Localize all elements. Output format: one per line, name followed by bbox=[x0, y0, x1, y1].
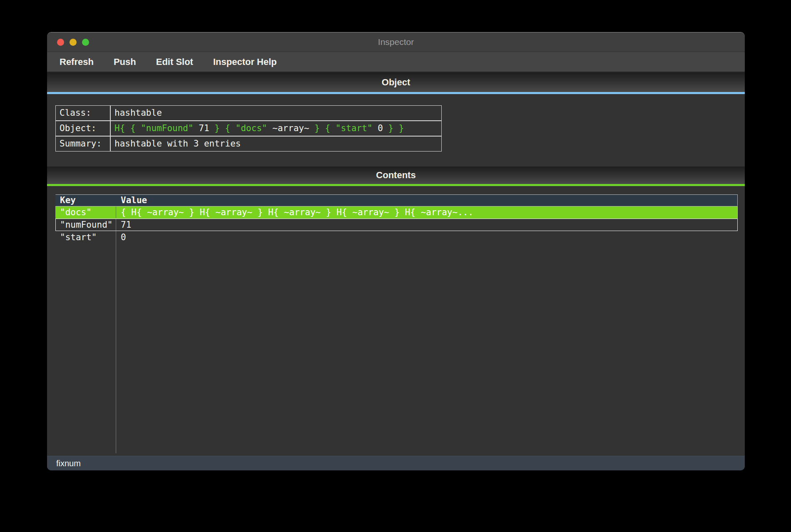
row-key: "docs" bbox=[56, 206, 116, 218]
summary-label: Summary: bbox=[55, 136, 110, 152]
title-bar[interactable]: Inspector bbox=[47, 32, 745, 52]
code-fragment: H{ { "numFound" bbox=[114, 123, 199, 133]
row-value: 71 bbox=[116, 219, 737, 231]
key-column-header: Key bbox=[56, 195, 116, 206]
object-section-title: Object bbox=[382, 77, 410, 88]
code-fragment: } { "docs" bbox=[209, 123, 273, 133]
row-value: 0 bbox=[116, 231, 737, 243]
table-row-numfound[interactable]: "numFound" 71 bbox=[55, 219, 738, 231]
code-fragment: } } bbox=[383, 123, 404, 133]
contents-table: Key Value "docs" { H{ ~array~ } H{ ~arra… bbox=[55, 194, 738, 244]
inspector-window: Inspector Refresh Push Edit Slot Inspect… bbox=[47, 32, 745, 470]
inspector-help-button[interactable]: Inspector Help bbox=[213, 57, 277, 67]
object-summary-area: Class: hashtable Object: H{ { "numFound"… bbox=[47, 94, 745, 167]
class-value: hashtable bbox=[110, 105, 442, 121]
push-button[interactable]: Push bbox=[114, 57, 136, 67]
table-header-row: Key Value bbox=[55, 194, 738, 206]
class-label: Class: bbox=[55, 105, 110, 121]
value-column-header: Value bbox=[116, 195, 737, 206]
row-key: "numFound" bbox=[56, 219, 116, 231]
edit-slot-button[interactable]: Edit Slot bbox=[156, 57, 193, 67]
table-row-docs[interactable]: "docs" { H{ ~array~ } H{ ~array~ } H{ ~a… bbox=[55, 206, 738, 219]
code-fragment: 71 bbox=[199, 123, 209, 133]
object-row: Object: H{ { "numFound" 71 } { "docs" ~a… bbox=[55, 121, 442, 136]
object-section-header: Object bbox=[47, 72, 745, 92]
code-fragment: } { "start" bbox=[309, 123, 378, 133]
object-label: Object: bbox=[55, 121, 110, 136]
refresh-button[interactable]: Refresh bbox=[60, 57, 94, 67]
object-value: H{ { "numFound" 71 } { "docs" ~array~ } … bbox=[110, 121, 442, 136]
status-text: fixnum bbox=[56, 459, 81, 468]
summary-value: hashtable with 3 entries bbox=[110, 136, 442, 152]
class-row: Class: hashtable bbox=[55, 105, 442, 121]
row-value: { H{ ~array~ } H{ ~array~ } H{ ~array~ }… bbox=[116, 206, 737, 218]
window-title: Inspector bbox=[47, 37, 745, 47]
table-row-start[interactable]: "start" 0 bbox=[55, 231, 738, 244]
object-summary-table: Class: hashtable Object: H{ { "numFound"… bbox=[55, 105, 442, 152]
contents-panel: Key Value "docs" { H{ ~array~ } H{ ~arra… bbox=[47, 186, 745, 456]
toolbar: Refresh Push Edit Slot Inspector Help bbox=[47, 52, 745, 72]
contents-section-title: Contents bbox=[376, 170, 415, 181]
row-key: "start" bbox=[56, 231, 116, 243]
summary-row: Summary: hashtable with 3 entries bbox=[55, 136, 442, 152]
status-bar: fixnum bbox=[47, 456, 745, 470]
code-fragment: 0 bbox=[378, 123, 383, 133]
desktop: Inspector Refresh Push Edit Slot Inspect… bbox=[0, 0, 791, 532]
code-fragment: ~array~ bbox=[272, 123, 309, 133]
contents-section-header: Contents bbox=[47, 167, 745, 184]
